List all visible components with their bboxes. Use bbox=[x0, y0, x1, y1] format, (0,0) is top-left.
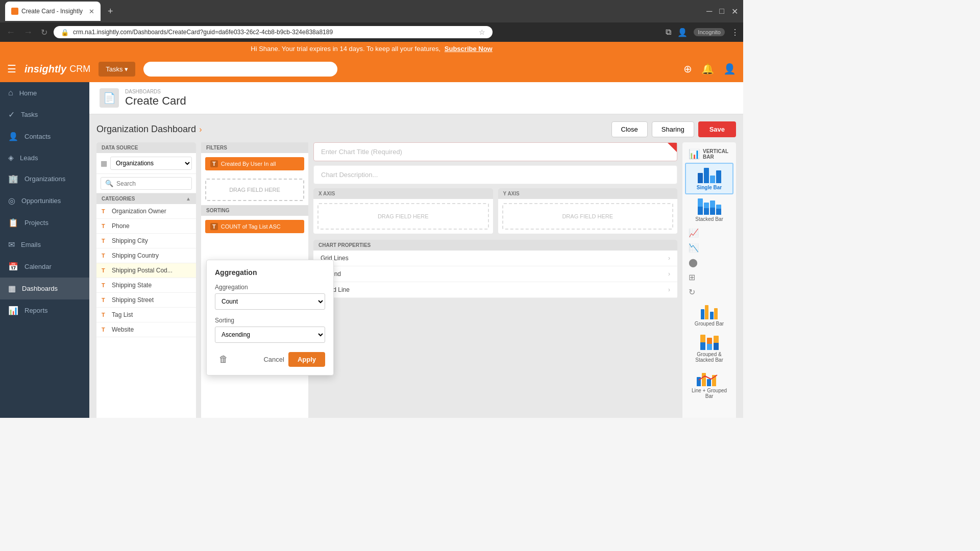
aggregation-select[interactable]: Count Sum Average Min Max bbox=[215, 293, 325, 310]
chart-prop-grid-lines[interactable]: Grid Lines › bbox=[313, 251, 677, 266]
sidebar-label-home: Home bbox=[19, 89, 37, 97]
chart-type-line-grouped-bar[interactable]: Line + Grouped Bar bbox=[685, 367, 733, 402]
chart-type-grouped-stacked-bar[interactable]: Grouped & Stacked Bar bbox=[685, 331, 733, 366]
extensions-icon[interactable]: ⧉ bbox=[666, 28, 671, 37]
sidebar-item-organizations[interactable]: 🏢 Organizations bbox=[0, 168, 89, 190]
close-window-button[interactable]: ✕ bbox=[731, 7, 738, 16]
save-button[interactable]: Save bbox=[698, 121, 736, 137]
opportunities-icon: ◎ bbox=[8, 196, 15, 206]
chart-type-vertical-bar-label: 📊 VERTICAL BAR bbox=[684, 146, 734, 162]
chart-prop-trend-line[interactable]: Trend Line › bbox=[313, 282, 677, 298]
incognito-badge: Incognito bbox=[694, 28, 725, 36]
reload-button[interactable]: ↻ bbox=[39, 26, 50, 39]
projects-icon: 📋 bbox=[8, 218, 18, 228]
scroll-up-arrow[interactable]: ▲ bbox=[186, 196, 191, 202]
breadcrumb-info: DASHBOARDS Create Card bbox=[125, 89, 186, 108]
t-badge-icon: T bbox=[102, 297, 108, 303]
list-item[interactable]: T Tag List bbox=[96, 308, 196, 322]
sort-chip[interactable]: T COUNT of Tag List ASC bbox=[205, 220, 304, 233]
t-badge-icon: T bbox=[102, 267, 108, 273]
tab-close[interactable]: ✕ bbox=[89, 8, 94, 15]
logo-text: insightly bbox=[24, 63, 66, 75]
hamburger-menu[interactable]: ☰ bbox=[7, 63, 16, 75]
list-item[interactable]: T Website bbox=[96, 322, 196, 337]
sharing-button[interactable]: Sharing bbox=[652, 121, 694, 137]
left-panel: DATA SOURCE ▦ Organizations 🔍 bbox=[96, 142, 196, 418]
apply-button[interactable]: Apply bbox=[288, 352, 325, 367]
sidebar-item-leads[interactable]: ◈ Leads bbox=[0, 147, 89, 168]
profile-icon[interactable]: 👤 bbox=[677, 28, 688, 37]
chart-type-line-nav[interactable]: 📈 bbox=[684, 226, 734, 240]
sidebar-item-contacts[interactable]: 👤 Contacts bbox=[0, 126, 89, 147]
close-button[interactable]: Close bbox=[611, 121, 648, 137]
filter-chip[interactable]: T Created By User In all bbox=[205, 157, 304, 170]
new-tab-button[interactable]: + bbox=[104, 5, 117, 18]
grouped-stacked-bar-icon bbox=[700, 334, 719, 350]
header-actions: ⊕ 🔔 👤 bbox=[683, 63, 736, 75]
area-chart-nav-icon: 📉 bbox=[689, 243, 699, 253]
dashboard-title-text: Organization Dashboard bbox=[96, 124, 196, 135]
sort-text: COUNT of Tag List ASC bbox=[221, 223, 281, 230]
breadcrumb-area: 📄 DASHBOARDS Create Card bbox=[89, 82, 743, 114]
chart-type-rotate-nav[interactable]: ↻ bbox=[684, 285, 734, 299]
sidebar-item-dashboards[interactable]: ▦ Dashboards bbox=[0, 278, 89, 299]
global-search-input[interactable] bbox=[143, 62, 337, 77]
grouped-stacked-bar-label: Grouped & Stacked Bar bbox=[687, 352, 731, 363]
add-icon[interactable]: ⊕ bbox=[683, 63, 692, 75]
chart-type-grid-nav[interactable]: ⊞ bbox=[684, 270, 734, 284]
chart-type-stacked-bar[interactable]: Stacked Bar bbox=[685, 195, 733, 225]
chart-type-area-nav[interactable]: 📉 bbox=[684, 241, 734, 255]
aggregation-actions: 🗑 Cancel Apply bbox=[215, 350, 325, 367]
breadcrumb-chevron: › bbox=[199, 125, 202, 134]
list-item[interactable]: T Shipping State bbox=[96, 278, 196, 293]
chart-type-single-bar[interactable]: Single Bar bbox=[685, 163, 733, 194]
notifications-icon[interactable]: 🔔 bbox=[701, 63, 714, 75]
sidebar-item-calendar[interactable]: 📅 Calendar bbox=[0, 256, 89, 278]
minimize-button[interactable]: ─ bbox=[706, 7, 712, 16]
user-avatar[interactable]: 👤 bbox=[723, 63, 736, 75]
home-icon: ⌂ bbox=[8, 88, 13, 97]
list-item[interactable]: T Organization Owner bbox=[96, 204, 196, 219]
sorting-select[interactable]: Ascending Descending bbox=[215, 327, 325, 343]
bookmark-icon[interactable]: ☆ bbox=[479, 28, 485, 36]
chevron-right-icon: › bbox=[668, 286, 670, 293]
delete-button[interactable]: 🗑 bbox=[215, 352, 232, 367]
tasks-dropdown[interactable]: Tasks ▾ bbox=[99, 62, 135, 77]
chart-prop-legend[interactable]: Legend › bbox=[313, 266, 677, 282]
address-bar[interactable]: 🔒 crm.na1.insightly.com/Dashboards/Creat… bbox=[54, 26, 493, 38]
chart-type-pie-nav[interactable]: ⬤ bbox=[684, 256, 734, 269]
categories-search-input[interactable] bbox=[116, 180, 187, 187]
sidebar-item-reports[interactable]: 📊 Reports bbox=[0, 299, 89, 321]
back-button[interactable]: ← bbox=[4, 25, 17, 40]
more-icon[interactable]: ⋮ bbox=[731, 28, 739, 37]
search-container bbox=[143, 62, 337, 77]
chart-title-input[interactable]: Enter Chart Title (Required) bbox=[313, 142, 677, 161]
sidebar-item-projects[interactable]: 📋 Projects bbox=[0, 212, 89, 234]
pie-chart-nav-icon: ⬤ bbox=[689, 258, 698, 267]
list-item[interactable]: T Shipping City bbox=[96, 234, 196, 248]
browser-chrome: Create Card - Insightly ✕ + ─ □ ✕ bbox=[0, 0, 743, 22]
list-item[interactable]: T Phone bbox=[96, 219, 196, 234]
forward-button[interactable]: → bbox=[21, 25, 35, 40]
subscribe-link[interactable]: Subscribe Now bbox=[445, 45, 493, 53]
tasks-icon: ✓ bbox=[8, 110, 15, 119]
dashboard-name: Organization Dashboard › bbox=[96, 124, 202, 135]
sidebar-item-emails[interactable]: ✉ Emails bbox=[0, 234, 89, 256]
maximize-button[interactable]: □ bbox=[719, 7, 724, 16]
calendar-icon: 📅 bbox=[8, 262, 18, 271]
chart-type-grouped-bar[interactable]: Grouped Bar bbox=[685, 300, 733, 330]
cancel-button[interactable]: Cancel bbox=[263, 356, 284, 363]
y-axis-box: Y AXIS DRAG FIELD HERE bbox=[498, 188, 678, 234]
data-source-select[interactable]: Organizations bbox=[110, 157, 192, 170]
list-item[interactable]: T Shipping Street bbox=[96, 293, 196, 308]
app-header: ☰ insightly CRM Tasks ▾ ⊕ 🔔 👤 bbox=[0, 56, 743, 82]
sidebar-item-tasks[interactable]: ✓ Tasks bbox=[0, 104, 89, 126]
sidebar-item-opportunities[interactable]: ◎ Opportunities bbox=[0, 190, 89, 212]
chart-description-input[interactable]: Chart Description... bbox=[313, 165, 677, 184]
list-item[interactable]: T Shipping Postal Cod... bbox=[96, 263, 196, 278]
browser-tab-active[interactable]: Create Card - Insightly ✕ bbox=[5, 2, 101, 21]
list-item[interactable]: T Shipping Country bbox=[96, 248, 196, 263]
red-corner-indicator bbox=[668, 143, 677, 152]
sidebar-item-home[interactable]: ⌂ Home bbox=[0, 82, 89, 104]
content-area: 📄 DASHBOARDS Create Card Organization Da… bbox=[89, 82, 743, 418]
